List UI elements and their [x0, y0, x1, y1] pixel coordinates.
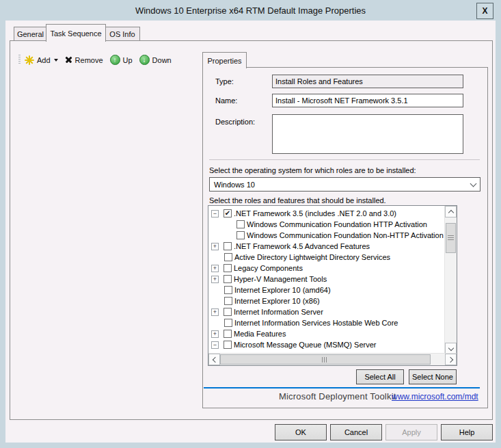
role-item[interactable]: Internet Information Services Hostable W… — [208, 317, 445, 328]
role-item[interactable]: +Media Features — [208, 328, 445, 339]
grip-icon — [448, 235, 454, 241]
role-item-label: Internet Explorer 10 (x86) — [234, 297, 320, 305]
mdt-link[interactable]: www.microsoft.com/mdt — [392, 392, 478, 401]
apply-button: Apply — [385, 424, 437, 440]
role-expander-icon[interactable]: + — [211, 243, 219, 250]
roles-features-list: −✔.NET Framework 3.5 (includes .NET 2.0 … — [208, 205, 457, 366]
chevron-up-icon — [448, 209, 453, 215]
role-item[interactable]: Internet Explorer 10 (amd64) — [208, 285, 445, 295]
role-expander-icon[interactable]: + — [211, 265, 219, 272]
footer-divider — [204, 387, 480, 388]
type-label: Type: — [215, 77, 234, 85]
dialog-window: Windows 10 Enterprise x64 RTM Default Im… — [0, 0, 501, 448]
roles-vscroll-track[interactable] — [445, 218, 457, 343]
roles-vscrollbar[interactable] — [444, 206, 457, 354]
role-expander-icon[interactable]: + — [211, 330, 219, 338]
role-item-label: Internet Information Server — [234, 308, 323, 316]
role-item-label: Windows Communication Foundation Non-HTT… — [247, 231, 444, 239]
close-button[interactable] — [476, 3, 493, 19]
down-button-label: Down — [152, 56, 172, 64]
role-item-label: .NET Framework 4.5 Advanced Features — [234, 242, 370, 250]
os-dropdown[interactable]: Windows 10 — [209, 177, 480, 192]
tab-properties[interactable]: Properties — [202, 52, 247, 68]
role-checkbox[interactable] — [224, 330, 232, 338]
cancel-button[interactable]: Cancel — [330, 424, 382, 440]
role-expander-icon[interactable]: − — [211, 210, 219, 218]
role-item[interactable]: +Internet Information Server — [208, 306, 445, 317]
separator — [209, 159, 480, 160]
down-arrow-icon — [139, 55, 150, 65]
role-item[interactable]: +Legacy Components — [208, 263, 445, 274]
name-input[interactable] — [272, 94, 463, 107]
role-item-label: Active Directory Lightweight Directory S… — [234, 253, 390, 261]
role-checkbox[interactable] — [224, 242, 232, 250]
chevron-down-icon — [470, 181, 477, 187]
role-checkbox[interactable] — [224, 275, 232, 283]
role-checkbox[interactable] — [224, 264, 232, 272]
scroll-up-button[interactable] — [445, 206, 457, 218]
mdt-brand-text: Microsoft Deployment Toolkit — [279, 391, 396, 401]
type-value: Install Roles and Features — [272, 75, 463, 88]
role-item[interactable]: Active Directory Lightweight Directory S… — [208, 252, 445, 263]
description-label: Description: — [215, 118, 255, 126]
add-dropdown-icon[interactable] — [54, 59, 58, 62]
role-checkbox[interactable] — [236, 220, 245, 228]
toolbar-grip-icon — [18, 55, 21, 65]
role-item[interactable]: +Hyper-V Management Tools — [208, 274, 445, 285]
chevron-right-icon — [447, 356, 452, 362]
ok-button[interactable]: OK — [275, 424, 327, 440]
tab-os-info[interactable]: OS Info — [105, 27, 140, 41]
add-button[interactable]: Add — [25, 55, 58, 65]
remove-button-label: Remove — [75, 56, 103, 64]
role-checkbox[interactable]: ✔ — [224, 209, 232, 218]
remove-button[interactable]: Remove — [65, 56, 103, 64]
role-expander-icon[interactable]: − — [211, 341, 219, 349]
select-all-button[interactable]: Select All — [356, 369, 404, 384]
select-none-button[interactable]: Select None — [409, 369, 457, 384]
up-button[interactable]: Up — [110, 55, 133, 65]
remove-x-icon — [65, 56, 72, 64]
roles-rows: −✔.NET Framework 3.5 (includes .NET 2.0 … — [208, 208, 445, 350]
role-checkbox[interactable] — [224, 297, 232, 305]
role-item-label: Internet Information Services Hostable W… — [234, 319, 398, 327]
role-item[interactable]: −Microsoft Message Queue (MSMQ) Server — [208, 339, 445, 350]
role-item[interactable]: Windows Communication Foundation Non-HTT… — [208, 230, 445, 241]
help-button[interactable]: Help — [441, 424, 493, 440]
scroll-right-button[interactable] — [445, 354, 457, 365]
role-checkbox[interactable] — [224, 286, 232, 294]
add-star-icon — [25, 55, 34, 65]
role-checkbox[interactable] — [224, 308, 232, 316]
title-bar: Windows 10 Enterprise x64 RTM Default Im… — [0, 0, 501, 21]
chevron-down-icon — [448, 345, 453, 350]
up-arrow-icon — [110, 55, 120, 65]
tree-toolbar: Add Remove Up Down — [17, 53, 202, 67]
description-input[interactable] — [272, 114, 463, 154]
role-item[interactable]: Internet Explorer 10 (x86) — [208, 295, 445, 306]
tab-general[interactable]: General — [14, 27, 47, 41]
down-button[interactable]: Down — [139, 55, 172, 65]
roles-hscroll-track[interactable] — [220, 354, 445, 365]
role-checkbox[interactable] — [236, 231, 245, 239]
role-item-label: Internet Explorer 10 (amd64) — [234, 286, 331, 294]
os-dropdown-value: Windows 10 — [214, 181, 255, 189]
add-button-label: Add — [37, 56, 51, 64]
role-checkbox[interactable] — [224, 341, 232, 349]
role-checkbox[interactable] — [224, 253, 232, 261]
grip-icon — [322, 357, 328, 363]
roles-vscroll-thumb[interactable] — [446, 223, 456, 253]
role-item[interactable]: +.NET Framework 4.5 Advanced Features — [208, 241, 445, 252]
roles-hscroll-thumb[interactable] — [220, 354, 431, 365]
roles-hscrollbar[interactable] — [208, 353, 457, 365]
tab-task-sequence[interactable]: Task Sequence — [46, 24, 106, 42]
role-item[interactable]: −✔.NET Framework 3.5 (includes .NET 2.0 … — [208, 208, 445, 219]
role-item[interactable]: Windows Communication Foundation HTTP Ac… — [208, 219, 445, 230]
name-label: Name: — [215, 96, 237, 105]
scroll-left-button[interactable] — [208, 354, 220, 365]
role-item-label: Microsoft Message Queue (MSMQ) Server — [234, 341, 376, 349]
chevron-left-icon — [212, 356, 217, 362]
role-item-label: Windows Communication Foundation HTTP Ac… — [247, 220, 427, 228]
role-item-label: Legacy Components — [234, 264, 303, 272]
role-checkbox[interactable] — [224, 319, 232, 327]
role-expander-icon[interactable]: + — [211, 276, 219, 283]
role-expander-icon[interactable]: + — [211, 308, 219, 316]
